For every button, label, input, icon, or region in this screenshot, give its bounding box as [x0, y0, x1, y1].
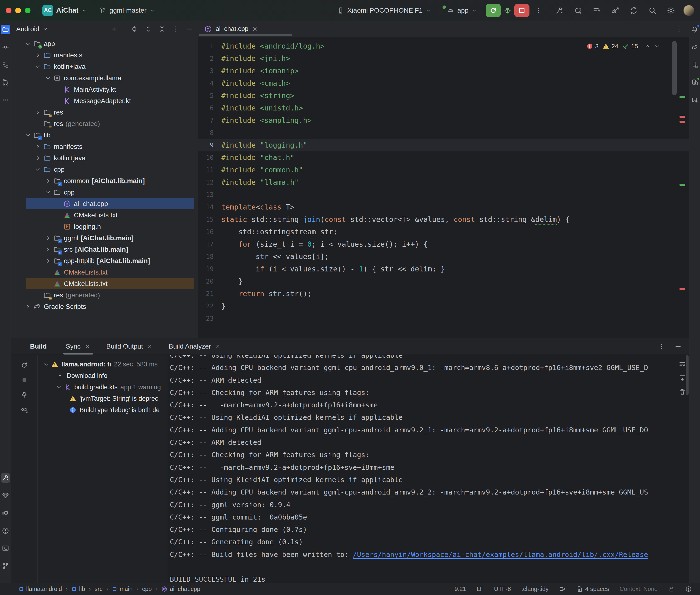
project-tool-button[interactable] [1, 25, 10, 34]
next-problem-icon[interactable] [654, 43, 661, 49]
project-tree-item-mainactivity-kt[interactable]: MainActivity.kt [11, 84, 198, 95]
problems-tool-button[interactable] [1, 526, 10, 536]
zoom-window-button[interactable] [25, 8, 30, 13]
chevron-right-icon[interactable] [45, 235, 51, 241]
view-options-button[interactable] [21, 406, 28, 413]
highlighting-level-indicator[interactable] [685, 586, 692, 592]
code-line-9[interactable]: 9#include "logging.h" [198, 139, 689, 151]
project-tree-item-res[interactable]: res [11, 107, 198, 118]
add-button[interactable] [110, 25, 118, 33]
hide-build-panel-icon[interactable] [674, 343, 682, 350]
error-stripe-mark[interactable] [679, 184, 685, 186]
breadcrumb-cpp[interactable]: cpp [142, 586, 152, 592]
breadcrumb-llama-android[interactable]: llama.android [19, 586, 62, 592]
attach-debugger-button[interactable] [611, 6, 619, 15]
console-file-link[interactable]: /Users/hanyin/Workspace/ai-chat/examples… [353, 550, 648, 559]
build-tab-build-output[interactable]: Build Output [103, 338, 157, 355]
sync-tree-item[interactable]: llama.android: fi22 sec, 583 ms [40, 359, 168, 370]
build-options-icon[interactable] [657, 343, 665, 350]
notifications-button[interactable] [690, 25, 700, 34]
project-tree-item-common[interactable]: common[AiChat.lib.main] [11, 175, 198, 187]
run-configurations-button[interactable]: A [574, 6, 582, 15]
sync-tree-item[interactable]: 'jvmTarget: String' is deprec [40, 393, 168, 404]
code-line-6[interactable]: 6#include <unistd.h> [198, 102, 689, 114]
error-stripe-mark[interactable] [679, 288, 685, 290]
code-line-8[interactable]: 8 [198, 127, 689, 139]
breadcrumb-main[interactable]: main [112, 586, 133, 592]
version-control-tool-button[interactable] [1, 561, 10, 571]
terminal-tool-button[interactable] [1, 544, 10, 553]
project-view-selector[interactable]: Android [16, 25, 39, 33]
line-separator[interactable]: LF [477, 586, 483, 592]
code-line-16[interactable]: 16 std::ostringstream str; [198, 226, 689, 238]
soft-wrap-button[interactable] [678, 361, 686, 368]
project-tree-item-res[interactable]: res(generated) [11, 289, 198, 301]
build-tab-sync[interactable]: Sync [62, 338, 94, 355]
close-window-button[interactable] [6, 8, 11, 13]
inspection-profile[interactable]: .clang-tidy [521, 586, 549, 592]
chevron-down-icon[interactable] [35, 166, 41, 173]
chevron-right-icon[interactable] [45, 178, 51, 184]
caret-position[interactable]: 9:21 [454, 586, 466, 592]
error-stripe-mark[interactable] [679, 121, 685, 123]
expand-all-button[interactable] [144, 25, 152, 33]
breadcrumb-ai-chat-cpp[interactable]: Cai_chat.cpp [161, 586, 200, 592]
chevron-down-icon[interactable] [25, 41, 31, 47]
formatter-indicator[interactable] [559, 586, 566, 592]
stop-sync-button[interactable] [21, 376, 28, 384]
code-line-23[interactable]: 23 [198, 312, 689, 325]
project-tree-item-cmakelists-txt[interactable]: CMakeLists.txt [11, 267, 198, 278]
commit-tool-button[interactable] [1, 42, 10, 52]
code-line-19[interactable]: 19 if (i < values.size() - 1) { str << d… [198, 263, 689, 275]
app-quality-insights-button[interactable] [1, 491, 10, 500]
project-tree-item-cpp[interactable]: cpp [11, 164, 198, 175]
chevron-right-icon[interactable] [35, 52, 41, 58]
clear-all-button[interactable] [678, 388, 686, 396]
project-tree-item-manifests[interactable]: manifests [11, 50, 198, 61]
build-button[interactable] [555, 6, 564, 15]
hide-tool-window-button[interactable] [186, 25, 193, 33]
sync-tree-item[interactable]: Download info [40, 370, 168, 381]
sync-gradle-button[interactable] [629, 6, 638, 15]
user-avatar[interactable] [683, 5, 694, 16]
tool-window-options-button[interactable] [172, 25, 179, 33]
project-tree-item-logging-h[interactable]: logging.h [11, 221, 198, 232]
more-tools-button[interactable] [1, 95, 10, 105]
code-line-10[interactable]: 10#include "chat.h" [198, 151, 689, 164]
chevron-down-icon[interactable] [45, 75, 51, 81]
run-context[interactable]: Context: None [619, 586, 657, 592]
chevron-down-icon[interactable] [43, 361, 50, 367]
close-tab-icon[interactable] [147, 343, 153, 349]
project-tree-item-cpp-httplib[interactable]: cpp-httplib[AiChat.lib.main] [11, 255, 198, 267]
pin-tab-button[interactable] [21, 391, 28, 399]
project-tree-item-kotlin-java[interactable]: kotlin+java [11, 152, 198, 164]
project-tree-item-src[interactable]: src[AiChat.lib.main] [11, 244, 198, 255]
rerun-button[interactable] [486, 4, 501, 17]
code-line-21[interactable]: 21 return str.str(); [198, 288, 689, 300]
search-everywhere-button[interactable] [648, 6, 657, 15]
code-line-13[interactable]: 13 [198, 189, 689, 201]
project-tree-item-lib[interactable]: lib [11, 130, 198, 141]
profiler-button[interactable] [592, 6, 601, 15]
project-tree-item-cpp[interactable]: cpp [11, 187, 198, 198]
code-line-17[interactable]: 17 for (size_t i = 0; i < values.size();… [198, 238, 689, 251]
rerun-sync-button[interactable] [21, 362, 28, 369]
code-line-3[interactable]: 3#include <iomanip> [198, 65, 689, 77]
indent-indicator[interactable]: 4 spaces [576, 586, 609, 592]
code-line-14[interactable]: 14template<class T> [198, 201, 689, 213]
close-tab-icon[interactable] [215, 343, 221, 349]
previous-problem-icon[interactable] [644, 43, 650, 49]
close-tab-icon[interactable] [84, 343, 90, 349]
chevron-right-icon[interactable] [35, 109, 41, 115]
chevron-down-icon[interactable] [45, 189, 51, 196]
project-tree-item-manifests[interactable]: manifests [11, 141, 198, 152]
chevron-down-icon[interactable] [56, 384, 62, 390]
editor-options-icon[interactable] [675, 25, 683, 33]
code-line-2[interactable]: 2#include <jni.h> [198, 52, 689, 65]
settings-button[interactable] [667, 6, 675, 15]
error-stripe-mark[interactable] [679, 116, 685, 118]
build-console[interactable]: C/C++: -- Using KleidiAI optimized kerne… [168, 355, 689, 583]
minimize-window-button[interactable] [15, 8, 21, 13]
project-tree-item-messageadapter-kt[interactable]: MessageAdapter.kt [11, 95, 198, 107]
project-tree-item-ggml[interactable]: ggml[AiChat.lib.main] [11, 232, 198, 244]
